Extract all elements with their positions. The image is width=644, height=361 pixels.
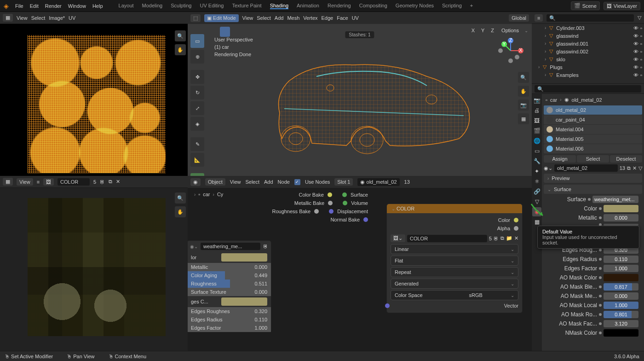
move-tool[interactable]: ✥ — [190, 70, 204, 84]
transform-tool[interactable]: ◈ — [190, 117, 204, 131]
ptab-constraint[interactable]: 🔗 — [532, 187, 541, 196]
ptab-output[interactable]: 🖨 — [532, 106, 541, 115]
tab-compositing[interactable]: Compositing — [359, 3, 387, 9]
vp-add-menu[interactable]: Add — [275, 15, 284, 21]
material-slots[interactable]: old_metal_02car_paint_04Material.004Mate… — [544, 105, 642, 153]
color-bake-socket[interactable]: Color Bake — [299, 192, 324, 198]
ne-select-menu[interactable]: Select — [245, 179, 259, 185]
material-slot[interactable]: Material.006 — [544, 144, 642, 153]
navigation-gizmo[interactable]: X Y Z — [498, 38, 523, 64]
surftex-value[interactable]: 0.000 — [254, 289, 267, 295]
uv-editor[interactable]: ▦ View Select Image* UV 🔍 ✋ — [0, 12, 188, 176]
color-swatch[interactable] — [221, 253, 267, 262]
editor-type-icon[interactable]: ◉ — [190, 178, 201, 186]
property-row[interactable]: NMask Color — [544, 328, 642, 338]
ptab-particles[interactable]: ✦ — [532, 167, 541, 176]
property-row[interactable]: AO Mask Ble...0.817 — [544, 282, 642, 291]
material-slot[interactable]: old_metal_02 — [544, 105, 642, 115]
axis-y[interactable]: Y — [479, 27, 486, 34]
axis-x[interactable]: X — [470, 27, 477, 34]
ptab-world[interactable]: 🌐 — [532, 136, 541, 146]
tab-texturepaint[interactable]: Texture Paint — [232, 3, 261, 9]
edge-select-icon[interactable] — [208, 27, 218, 37]
alpha-output[interactable]: Alpha — [497, 226, 510, 231]
extension-dropdown[interactable]: Repeat⌄ — [391, 267, 518, 277]
assign-button[interactable]: Assign — [544, 155, 576, 163]
tab-modeling[interactable]: Modeling — [142, 3, 163, 9]
editor-type-icon[interactable]: ⬚ — [190, 14, 201, 22]
vp-select-menu[interactable]: Select — [257, 15, 271, 21]
surface-value[interactable]: weathering_met... — [592, 196, 638, 203]
shield-icon[interactable]: ⛨ — [494, 236, 499, 241]
use-nodes-checkbox[interactable]: ✓ — [294, 179, 300, 185]
uv-view-menu[interactable]: View — [17, 15, 28, 21]
tab-shading[interactable]: Shading — [270, 3, 288, 9]
property-row[interactable]: AO Mask Local1.000 — [544, 301, 642, 310]
property-row[interactable]: Edges Radius0.110 — [544, 255, 642, 264]
cursor-tool[interactable]: ⊕ — [190, 50, 204, 64]
image-name[interactable]: COLOR — [407, 235, 487, 242]
weathering-node[interactable]: ◉⌄ weathering_me... ⛨ lor Metallic0.000 … — [188, 240, 271, 332]
unlink-icon[interactable]: ✕ — [632, 165, 637, 171]
volume-input[interactable]: Volume — [351, 200, 368, 206]
tab-uvediting[interactable]: UV Editing — [200, 3, 224, 9]
vp-vertex-menu[interactable]: Vertex — [303, 15, 317, 21]
node-title[interactable]: ⌄ COLOR — [387, 204, 522, 213]
colorspace-dropdown[interactable]: Color SpacesRGB⌄ — [391, 290, 518, 300]
tab-rendering[interactable]: Rendering — [328, 3, 351, 9]
roughness-value[interactable]: 0.511 — [254, 281, 267, 286]
outliner-item[interactable]: ›▽Cylinder.003👁▫ — [532, 24, 644, 32]
axis-z[interactable]: Z — [489, 27, 496, 34]
editor-type-icon[interactable]: ▦ — [3, 178, 13, 186]
ne-node-menu[interactable]: Node — [278, 179, 290, 185]
face-select-icon[interactable] — [220, 27, 230, 37]
hand-icon[interactable]: ✋ — [175, 44, 186, 55]
ptab-scene[interactable]: 🎬 — [532, 126, 541, 135]
material-slot[interactable]: car_paint_04 — [544, 115, 642, 124]
socket-icon[interactable] — [588, 198, 591, 201]
deselect-button[interactable]: Deselect — [610, 155, 642, 163]
editor-type-icon[interactable]: ▦ — [3, 14, 13, 22]
image-name-field[interactable]: COLOR — [58, 178, 90, 186]
edgesrough-value[interactable]: 0.320 — [254, 309, 267, 314]
property-row[interactable]: Metallic0.000 — [544, 213, 642, 222]
outliner-item[interactable]: ›▽Plugs👁▫ — [532, 63, 644, 71]
help-menu[interactable]: Help — [92, 3, 103, 9]
mode-selector[interactable]: ▣ Edit Mode — [204, 14, 239, 22]
shader-type-selector[interactable]: Object — [205, 178, 225, 186]
material-name-field[interactable]: ◉ old_metal_02 — [357, 178, 399, 186]
file-menu[interactable]: File — [15, 3, 23, 9]
ptab-physics[interactable]: ⚛ — [532, 177, 541, 186]
ptab-viewlayer[interactable]: 🖼 — [532, 116, 541, 125]
material-slot[interactable]: Material.005 — [544, 134, 642, 144]
vp-uv-menu[interactable]: UV — [352, 15, 359, 21]
texture-canvas[interactable] — [28, 198, 166, 336]
img-browse-icon[interactable]: 🖼⌄ — [391, 234, 405, 242]
measure-tool[interactable]: 📐 — [190, 153, 204, 167]
duplicate-icon[interactable]: ⧉ — [627, 165, 631, 171]
uv-uv-menu[interactable]: UV — [69, 15, 75, 21]
img-view-menu[interactable]: View — [17, 178, 33, 186]
edit-menu[interactable]: Edit — [30, 3, 39, 9]
vp-face-menu[interactable]: Face — [337, 15, 348, 21]
bc-material[interactable]: old_metal_02 — [572, 97, 602, 103]
shield-icon[interactable]: ⛨ — [263, 244, 268, 249]
interpolation-dropdown[interactable]: Linear⌄ — [391, 244, 518, 254]
duplicate-icon[interactable]: ⧉ — [109, 179, 112, 185]
ptab-modifier[interactable]: 🔧 — [532, 157, 541, 166]
options-dropdown[interactable]: Options — [499, 27, 522, 34]
property-row[interactable]: Edges Factor1.000 — [544, 264, 642, 273]
normal-bake-socket[interactable]: Normal Bake — [330, 217, 360, 222]
unlink-icon[interactable]: ✕ — [116, 179, 120, 185]
slot-selector[interactable]: Slot 1 — [334, 178, 353, 186]
zoom-icon[interactable]: 🔍 — [518, 72, 529, 83]
filter-icon[interactable]: ▽ — [638, 15, 641, 21]
property-row[interactable]: AO Mask Me...0.000 — [544, 291, 642, 301]
metallic-bake-socket[interactable]: Metallic Bake — [294, 200, 324, 206]
ptab-object[interactable]: ▭ — [532, 146, 541, 156]
uv-image-menu[interactable]: Image* — [49, 15, 65, 21]
annotate-tool[interactable]: ✎ — [190, 137, 204, 151]
bc-object[interactable]: car — [550, 97, 557, 103]
rotate-tool[interactable]: ↻ — [190, 86, 204, 99]
viewlayer-selector[interactable]: 🖼 ViewLayer — [604, 2, 640, 10]
